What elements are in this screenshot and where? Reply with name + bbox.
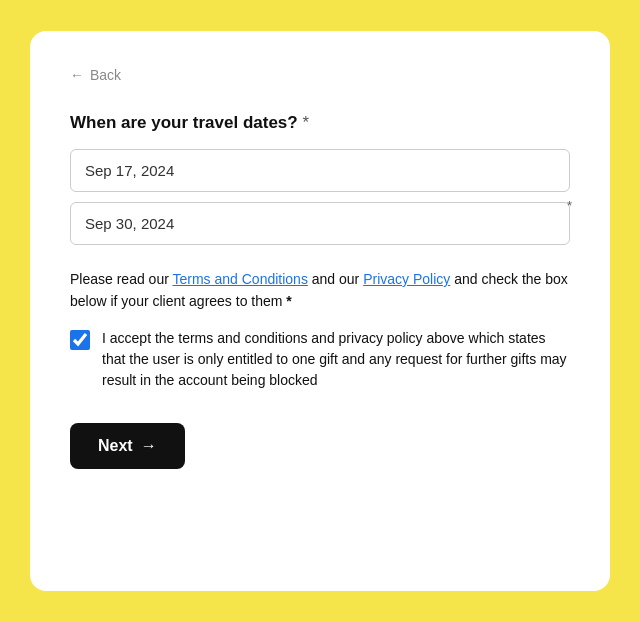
end-date-wrapper: *: [70, 202, 570, 245]
privacy-link[interactable]: Privacy Policy: [363, 271, 450, 287]
terms-link[interactable]: Terms and Conditions: [172, 271, 307, 287]
question-title: When are your travel dates? *: [70, 113, 570, 133]
back-arrow-icon: ←: [70, 67, 84, 83]
next-button[interactable]: Next →: [70, 423, 185, 469]
end-date-star: *: [567, 198, 572, 213]
back-link[interactable]: ← Back: [70, 67, 570, 83]
next-button-label: Next: [98, 437, 133, 455]
required-star: *: [302, 113, 309, 132]
terms-text: Please read our Terms and Conditions and…: [70, 269, 570, 312]
next-arrow-icon: →: [141, 437, 157, 455]
main-card: ← Back When are your travel dates? * * P…: [30, 31, 610, 591]
checkbox-row: I accept the terms and conditions and pr…: [70, 328, 570, 391]
checkbox-label: I accept the terms and conditions and pr…: [102, 328, 570, 391]
end-date-input[interactable]: [70, 202, 570, 245]
accept-checkbox[interactable]: [70, 330, 90, 350]
start-date-wrapper: [70, 149, 570, 192]
start-date-input[interactable]: [70, 149, 570, 192]
back-label: Back: [90, 67, 121, 83]
terms-section: Please read our Terms and Conditions and…: [70, 269, 570, 391]
